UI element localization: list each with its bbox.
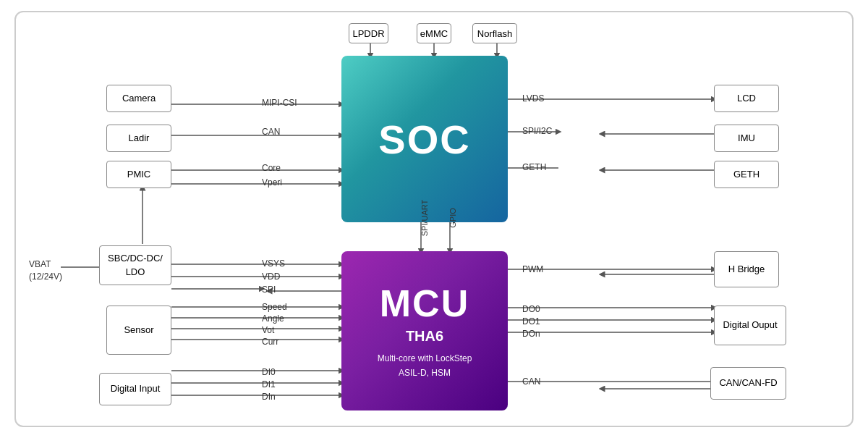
vperi-label: Vperi (262, 177, 282, 188)
din-label: DIn (262, 392, 276, 402)
vbat-label: VBAT (12/24V) (29, 258, 62, 283)
lcd-box: LCD (714, 85, 779, 112)
lpddr-label: LPDDR (352, 28, 384, 39)
imu-box: IMU (714, 125, 779, 152)
ladir-box: Ladir (106, 125, 171, 152)
angle-label: Angle (262, 313, 284, 324)
vot-label: Vot (262, 325, 274, 335)
mcu-block: MCU THA6 Multi-core with LockStep ASIL-D… (341, 251, 508, 410)
can-canfd-box: CAN/CAN-FD (710, 367, 786, 400)
can-label-left: CAN (262, 127, 280, 137)
spi-label: SPI (262, 285, 276, 295)
di1-label: DI1 (262, 379, 276, 389)
curr-label: Curr (262, 337, 278, 347)
camera-box: Camera (106, 85, 171, 112)
geth-box: GETH (714, 161, 779, 188)
soc-block: SOC (341, 56, 508, 222)
emmc-label: eMMC (420, 28, 448, 39)
do0-label: DO0 (522, 304, 540, 314)
vsys-label: VSYS (262, 258, 285, 269)
spi-uart-label: SPI/UART (420, 200, 429, 237)
mcu-label: MCU (380, 282, 469, 325)
h-bridge-box: H Bridge (714, 251, 779, 287)
emmc-box: eMMC (417, 23, 451, 43)
di0-label: DI0 (262, 367, 276, 377)
sbc-box: SBC/DC-DC/ LDO (99, 245, 171, 285)
do1-label: DO1 (522, 316, 540, 327)
soc-label: SOC (378, 116, 470, 163)
speed-label: Speed (262, 302, 287, 312)
geth-label: GETH (522, 162, 546, 172)
lpddr-box: LPDDR (349, 23, 388, 43)
vdd-label: VDD (262, 271, 280, 282)
gpio-label: GPIO (448, 208, 457, 228)
can-label-right: CAN (522, 376, 540, 387)
pwm-label: PWM (522, 264, 543, 274)
mcu-sub-label: THA6 (406, 328, 443, 345)
system-diagram: LPDDR eMMC Norflash SOC MCU THA6 Multi-c… (14, 11, 854, 427)
lvds-label: LVDS (522, 93, 544, 104)
digital-output-box: Digital Ouput (714, 306, 786, 345)
digital-input-box: Digital Input (99, 373, 171, 405)
pmic-box: PMIC (106, 161, 171, 188)
don-label: DOn (522, 329, 540, 339)
sensor-box: Sensor (106, 306, 171, 355)
norflash-label: Norflash (477, 28, 512, 39)
mipi-csi-label: MIPI-CSI (262, 98, 297, 108)
core-label: Core (262, 163, 281, 173)
norflash-box: Norflash (472, 23, 517, 43)
mcu-desc-label: Multi-core with LockStep ASIL-D, HSM (378, 352, 472, 379)
spi-i2c-label: SPI/I2C (522, 126, 552, 136)
